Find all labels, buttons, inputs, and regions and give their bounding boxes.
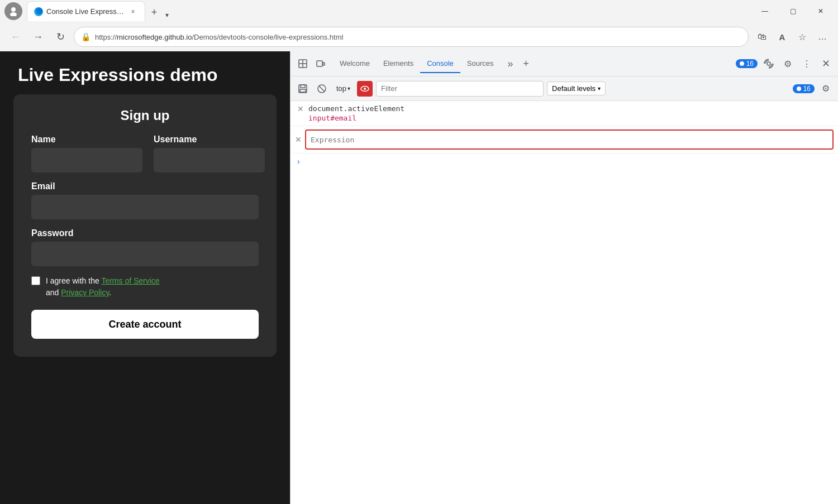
svg-point-7 (767, 62, 770, 65)
tab-console[interactable]: Console (420, 55, 460, 73)
entry-close-btn[interactable]: ✕ (297, 104, 304, 113)
minimize-button[interactable]: — (752, 2, 778, 20)
live-expression-entry: ✕ document.activeElement input#email (291, 101, 838, 126)
log-levels-label: Default levels (552, 84, 596, 93)
username-label: Username (154, 135, 265, 145)
create-account-button[interactable]: Create account (31, 310, 259, 339)
tos-link[interactable]: Terms of Service (101, 276, 159, 285)
svg-rect-5 (317, 61, 322, 66)
tos-text: I agree with the Terms of Service and Pr… (46, 275, 160, 299)
tos-checkbox-row: I agree with the Terms of Service and Pr… (31, 275, 259, 299)
url-text: https://microsoftedge.github.io/Demos/de… (95, 33, 741, 41)
devtools-panel: Welcome Elements Console Sources » + 16 (290, 51, 838, 504)
device-emulation-icon[interactable] (313, 56, 328, 71)
broadcast-icon[interactable] (761, 56, 777, 71)
console-badge: 16 (793, 84, 815, 93)
svg-rect-6 (323, 63, 325, 65)
signup-heading: Sign up (31, 108, 259, 123)
tab-bar: Console Live Expressions × + ▾ (27, 1, 747, 21)
url-bar[interactable]: 🔒 https://microsoftedge.github.io/Demos/… (74, 27, 749, 47)
entry-content: document.activeElement input#email (308, 104, 831, 122)
refresh-button[interactable]: ↻ (51, 28, 69, 46)
tab-close-btn[interactable]: × (128, 7, 138, 17)
error-badge: 16 (736, 59, 758, 68)
expression-input[interactable] (305, 129, 834, 150)
forward-button[interactable]: → (29, 28, 47, 46)
console-output: ✕ document.activeElement input#email ✕ › (291, 101, 838, 504)
svg-line-12 (319, 86, 325, 92)
webpage: Live Expressions demo Sign up Name Usern… (0, 51, 290, 504)
devtools-tab-bar: Welcome Elements Console Sources » + 16 (291, 51, 838, 76)
expand-console-btn[interactable]: › (291, 153, 838, 169)
password-label: Password (31, 228, 259, 238)
name-label: Name (31, 135, 142, 145)
context-label: top (336, 84, 346, 93)
console-settings-icon[interactable]: ⚙ (818, 81, 834, 97)
expression-text: document.activeElement (308, 104, 831, 113)
svg-point-1 (10, 12, 17, 16)
lock-icon: 🔒 (81, 32, 91, 41)
more-tabs-icon[interactable]: » (503, 56, 518, 71)
log-levels-chevron: ▾ (598, 85, 601, 92)
email-label: Email (31, 181, 259, 191)
context-dropdown-icon: ▾ (347, 85, 350, 92)
reader-view-icon[interactable]: A (773, 28, 791, 46)
email-input[interactable] (31, 195, 259, 219)
page-header: Live Expressions demo (0, 51, 290, 94)
close-button[interactable]: ✕ (808, 2, 834, 20)
console-badge-count: 16 (803, 85, 811, 93)
new-tab-button[interactable]: + (145, 3, 163, 21)
bag-icon[interactable]: 🛍 (753, 28, 771, 46)
context-selector[interactable]: top ▾ (333, 82, 354, 95)
password-input[interactable] (31, 242, 259, 266)
maximize-button[interactable]: ▢ (780, 2, 806, 20)
tab-welcome[interactable]: Welcome (333, 55, 377, 73)
content-area: Live Expressions demo Sign up Name Usern… (0, 51, 838, 504)
favorites-icon[interactable]: ☆ (793, 28, 811, 46)
log-levels-dropdown[interactable]: Default levels ▾ (547, 81, 606, 95)
devtools-more-icon[interactable]: ⋮ (799, 56, 815, 71)
tos-checkbox[interactable] (31, 276, 40, 285)
add-tab-icon[interactable]: + (518, 56, 534, 71)
tab-title: Console Live Expressions (46, 7, 125, 16)
new-expr-close-btn[interactable]: ✕ (295, 135, 302, 144)
more-button[interactable]: … (813, 28, 831, 46)
devtools-close-icon[interactable]: ✕ (818, 56, 834, 71)
console-badge-dot (797, 87, 801, 91)
svg-point-0 (11, 7, 16, 12)
password-field-group: Password (31, 228, 259, 266)
address-bar-actions: 🛍 A ☆ … (753, 28, 831, 46)
signup-card: Sign up Name Username Email Pa (13, 94, 277, 357)
email-field-group: Email (31, 181, 259, 219)
name-field-group: Name (31, 135, 142, 172)
inspect-element-icon[interactable] (295, 56, 311, 71)
active-tab[interactable]: Console Live Expressions × (27, 1, 145, 21)
filter-input[interactable] (376, 81, 544, 97)
tab-sources[interactable]: Sources (460, 55, 501, 73)
tab-elements[interactable]: Elements (377, 55, 420, 73)
address-bar: ← → ↻ 🔒 https://microsoftedge.github.io/… (0, 22, 838, 51)
title-bar: Console Live Expressions × + ▾ — ▢ ✕ (0, 0, 838, 22)
badge-count: 16 (746, 60, 754, 68)
live-expressions-icon[interactable] (357, 81, 373, 97)
privacy-link[interactable]: Privacy Policy (61, 288, 109, 297)
name-input[interactable] (31, 148, 142, 172)
svg-rect-9 (301, 85, 305, 88)
username-field-group: Username (154, 135, 265, 172)
expression-value: input#email (308, 114, 831, 122)
svg-point-14 (364, 88, 366, 90)
devtools-right-controls: 16 ⚙ ⋮ ✕ (736, 56, 834, 71)
page-title: Live Expressions demo (18, 65, 272, 85)
gear-icon[interactable]: ⚙ (780, 56, 796, 71)
back-button[interactable]: ← (7, 28, 25, 46)
badge-dot (740, 61, 744, 66)
profile-avatar[interactable] (4, 2, 22, 20)
svg-rect-10 (300, 89, 306, 92)
username-input[interactable] (154, 148, 265, 172)
clear-console-icon[interactable] (314, 81, 330, 97)
tab-edge-icon (34, 7, 43, 16)
tabs-dropdown-btn[interactable]: ▾ (163, 9, 171, 21)
console-save-icon[interactable] (295, 81, 311, 97)
new-expression-row: ✕ (291, 126, 838, 153)
console-toolbar: top ▾ Default levels ▾ 16 (291, 76, 838, 101)
